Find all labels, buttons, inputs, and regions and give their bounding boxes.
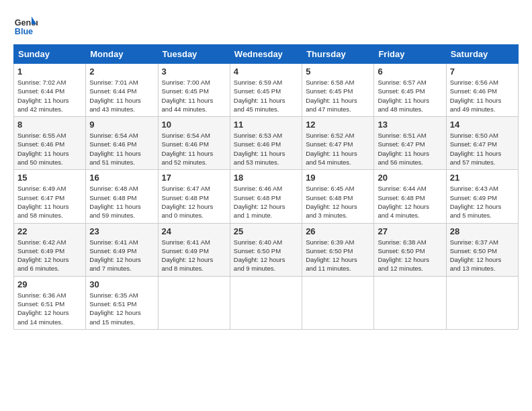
day-info: Sunrise: 6:39 AM Sunset: 6:50 PM Dayligh… (306, 238, 370, 273)
day-number: 26 (306, 226, 370, 236)
calendar-cell: 5Sunrise: 6:58 AM Sunset: 6:45 PM Daylig… (302, 64, 374, 117)
calendar-cell (446, 276, 518, 329)
calendar-cell: 21Sunrise: 6:43 AM Sunset: 6:49 PM Dayli… (446, 170, 518, 223)
day-info: Sunrise: 7:01 AM Sunset: 6:44 PM Dayligh… (89, 78, 154, 113)
day-info: Sunrise: 6:43 AM Sunset: 6:49 PM Dayligh… (450, 184, 515, 220)
day-info: Sunrise: 6:54 AM Sunset: 6:46 PM Dayligh… (89, 131, 154, 167)
day-number: 13 (378, 120, 442, 130)
day-info: Sunrise: 6:36 AM Sunset: 6:51 PM Dayligh… (17, 291, 82, 326)
calendar-cell: 20Sunrise: 6:44 AM Sunset: 6:48 PM Dayli… (374, 170, 446, 223)
day-header-friday: Friday (374, 45, 446, 64)
calendar-cell (230, 276, 302, 329)
svg-text:Blue: Blue (15, 27, 33, 36)
calendar-cell: 11Sunrise: 6:53 AM Sunset: 6:46 PM Dayli… (230, 117, 302, 170)
day-number: 4 (234, 66, 298, 77)
day-number: 7 (450, 66, 515, 77)
day-number: 9 (89, 120, 154, 130)
day-info: Sunrise: 6:59 AM Sunset: 6:45 PM Dayligh… (234, 78, 298, 113)
day-number: 8 (17, 120, 82, 130)
page-header: General Blue (13, 13, 519, 38)
day-number: 30 (89, 279, 154, 289)
day-info: Sunrise: 6:56 AM Sunset: 6:46 PM Dayligh… (450, 78, 515, 113)
calendar-cell: 1Sunrise: 7:02 AM Sunset: 6:44 PM Daylig… (14, 64, 86, 117)
calendar-cell: 19Sunrise: 6:45 AM Sunset: 6:48 PM Dayli… (302, 170, 374, 223)
day-number: 3 (162, 66, 226, 77)
calendar-cell: 15Sunrise: 6:49 AM Sunset: 6:47 PM Dayli… (14, 170, 86, 223)
calendar-cell: 25Sunrise: 6:40 AM Sunset: 6:50 PM Dayli… (230, 223, 302, 276)
day-number: 5 (306, 66, 370, 77)
day-info: Sunrise: 6:52 AM Sunset: 6:47 PM Dayligh… (306, 131, 370, 167)
day-info: Sunrise: 6:40 AM Sunset: 6:50 PM Dayligh… (234, 238, 298, 273)
calendar-cell: 23Sunrise: 6:41 AM Sunset: 6:49 PM Dayli… (86, 223, 158, 276)
day-header-saturday: Saturday (446, 45, 518, 64)
day-number: 11 (234, 120, 298, 130)
day-number: 21 (450, 173, 515, 183)
calendar-cell: 26Sunrise: 6:39 AM Sunset: 6:50 PM Dayli… (302, 223, 374, 276)
day-info: Sunrise: 6:42 AM Sunset: 6:49 PM Dayligh… (17, 238, 82, 273)
calendar-week-2: 8Sunrise: 6:55 AM Sunset: 6:46 PM Daylig… (14, 117, 519, 170)
day-header-wednesday: Wednesday (230, 45, 302, 64)
day-info: Sunrise: 6:57 AM Sunset: 6:45 PM Dayligh… (378, 78, 442, 113)
day-number: 16 (89, 173, 154, 183)
calendar-week-4: 22Sunrise: 6:42 AM Sunset: 6:49 PM Dayli… (14, 223, 519, 276)
calendar-cell (302, 276, 374, 329)
day-info: Sunrise: 6:45 AM Sunset: 6:48 PM Dayligh… (306, 184, 370, 220)
calendar-cell: 28Sunrise: 6:37 AM Sunset: 6:50 PM Dayli… (446, 223, 518, 276)
logo: General Blue (13, 13, 38, 38)
calendar-cell: 22Sunrise: 6:42 AM Sunset: 6:49 PM Dayli… (14, 223, 86, 276)
calendar-cell: 29Sunrise: 6:36 AM Sunset: 6:51 PM Dayli… (14, 276, 86, 329)
day-info: Sunrise: 7:00 AM Sunset: 6:45 PM Dayligh… (162, 78, 226, 113)
day-number: 20 (378, 173, 442, 183)
calendar-week-5: 29Sunrise: 6:36 AM Sunset: 6:51 PM Dayli… (14, 276, 519, 329)
calendar-cell: 4Sunrise: 6:59 AM Sunset: 6:45 PM Daylig… (230, 64, 302, 117)
calendar-cell: 6Sunrise: 6:57 AM Sunset: 6:45 PM Daylig… (374, 64, 446, 117)
day-number: 28 (450, 226, 515, 236)
day-info: Sunrise: 6:37 AM Sunset: 6:50 PM Dayligh… (450, 238, 515, 273)
day-number: 19 (306, 173, 370, 183)
calendar-cell: 16Sunrise: 6:48 AM Sunset: 6:48 PM Dayli… (86, 170, 158, 223)
day-header-monday: Monday (86, 45, 158, 64)
day-info: Sunrise: 6:46 AM Sunset: 6:48 PM Dayligh… (234, 184, 298, 220)
calendar-cell: 3Sunrise: 7:00 AM Sunset: 6:45 PM Daylig… (158, 64, 230, 117)
day-number: 29 (17, 279, 82, 289)
day-number: 17 (162, 173, 226, 183)
calendar-week-1: 1Sunrise: 7:02 AM Sunset: 6:44 PM Daylig… (14, 64, 519, 117)
day-number: 14 (450, 120, 515, 130)
calendar-cell: 13Sunrise: 6:51 AM Sunset: 6:47 PM Dayli… (374, 117, 446, 170)
calendar-cell: 14Sunrise: 6:50 AM Sunset: 6:47 PM Dayli… (446, 117, 518, 170)
day-info: Sunrise: 6:38 AM Sunset: 6:50 PM Dayligh… (378, 238, 442, 273)
calendar-cell: 8Sunrise: 6:55 AM Sunset: 6:46 PM Daylig… (14, 117, 86, 170)
day-number: 1 (17, 66, 82, 77)
day-number: 12 (306, 120, 370, 130)
calendar-cell: 27Sunrise: 6:38 AM Sunset: 6:50 PM Dayli… (374, 223, 446, 276)
calendar-cell: 12Sunrise: 6:52 AM Sunset: 6:47 PM Dayli… (302, 117, 374, 170)
day-info: Sunrise: 6:41 AM Sunset: 6:49 PM Dayligh… (89, 238, 154, 273)
day-info: Sunrise: 6:44 AM Sunset: 6:48 PM Dayligh… (378, 184, 442, 220)
calendar-cell: 18Sunrise: 6:46 AM Sunset: 6:48 PM Dayli… (230, 170, 302, 223)
calendar-cell: 10Sunrise: 6:54 AM Sunset: 6:46 PM Dayli… (158, 117, 230, 170)
day-number: 6 (378, 66, 442, 77)
day-info: Sunrise: 6:50 AM Sunset: 6:47 PM Dayligh… (450, 131, 515, 167)
day-number: 23 (89, 226, 154, 236)
calendar-cell: 30Sunrise: 6:35 AM Sunset: 6:51 PM Dayli… (86, 276, 158, 329)
day-info: Sunrise: 6:53 AM Sunset: 6:46 PM Dayligh… (234, 131, 298, 167)
day-number: 15 (17, 173, 82, 183)
calendar-cell (158, 276, 230, 329)
calendar-cell (374, 276, 446, 329)
day-info: Sunrise: 6:51 AM Sunset: 6:47 PM Dayligh… (378, 131, 442, 167)
calendar-week-3: 15Sunrise: 6:49 AM Sunset: 6:47 PM Dayli… (14, 170, 519, 223)
day-number: 22 (17, 226, 82, 236)
logo-icon: General Blue (13, 13, 38, 38)
day-info: Sunrise: 6:58 AM Sunset: 6:45 PM Dayligh… (306, 78, 370, 113)
day-header-tuesday: Tuesday (158, 45, 230, 64)
day-header-sunday: Sunday (14, 45, 86, 64)
day-info: Sunrise: 6:48 AM Sunset: 6:48 PM Dayligh… (89, 184, 154, 220)
day-number: 10 (162, 120, 226, 130)
day-number: 25 (234, 226, 298, 236)
calendar-header-row: SundayMondayTuesdayWednesdayThursdayFrid… (14, 45, 519, 64)
calendar-cell: 24Sunrise: 6:41 AM Sunset: 6:49 PM Dayli… (158, 223, 230, 276)
day-info: Sunrise: 6:35 AM Sunset: 6:51 PM Dayligh… (89, 291, 154, 326)
calendar-cell: 2Sunrise: 7:01 AM Sunset: 6:44 PM Daylig… (86, 64, 158, 117)
day-number: 24 (162, 226, 226, 236)
day-info: Sunrise: 6:41 AM Sunset: 6:49 PM Dayligh… (162, 238, 226, 273)
